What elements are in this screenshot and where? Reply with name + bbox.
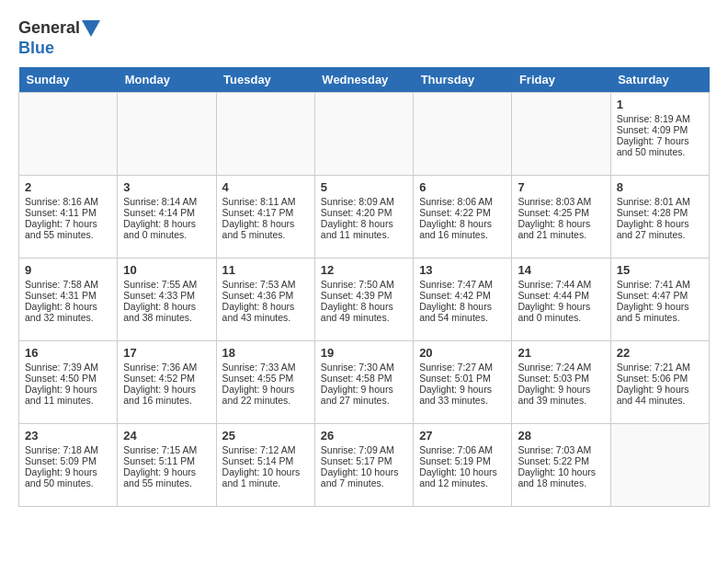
calendar-cell <box>512 93 610 176</box>
day-info: Sunrise: 7:44 AM <box>518 279 604 290</box>
day-info: and 27 minutes. <box>617 229 703 240</box>
day-info: Sunset: 4:36 PM <box>222 290 309 301</box>
calendar-cell: 18Sunrise: 7:33 AMSunset: 4:55 PMDayligh… <box>216 341 314 424</box>
calendar-cell <box>610 424 709 507</box>
day-info: Sunrise: 7:53 AM <box>222 279 309 290</box>
logo: GeneralBlue <box>18 18 100 58</box>
day-info: and 22 minutes. <box>222 395 309 406</box>
day-info: Sunset: 4:44 PM <box>518 290 604 301</box>
day-info: Daylight: 8 hours <box>123 218 210 229</box>
day-info: Daylight: 8 hours <box>321 218 407 229</box>
day-info: Sunrise: 7:15 AM <box>123 444 210 455</box>
day-number: 22 <box>617 346 703 360</box>
day-number: 25 <box>222 429 309 442</box>
day-info: and 50 minutes. <box>617 146 703 157</box>
calendar-cell: 20Sunrise: 7:27 AMSunset: 5:01 PMDayligh… <box>414 341 512 424</box>
day-info: and 39 minutes. <box>518 395 604 406</box>
day-info: and 44 minutes. <box>617 395 703 406</box>
day-info: Sunrise: 7:06 AM <box>419 444 506 455</box>
calendar-week-4: 16Sunrise: 7:39 AMSunset: 4:50 PMDayligh… <box>19 341 710 424</box>
day-info: Sunrise: 7:36 AM <box>123 362 210 373</box>
day-info: Sunrise: 8:16 AM <box>25 196 111 207</box>
day-header-friday: Friday <box>512 67 610 93</box>
day-info: and 50 minutes. <box>25 477 111 488</box>
day-info: Sunrise: 8:11 AM <box>222 196 309 207</box>
day-info: Sunrise: 7:12 AM <box>222 444 309 455</box>
day-info: Sunset: 5:01 PM <box>419 373 506 384</box>
day-info: Sunset: 5:11 PM <box>123 455 210 466</box>
svg-marker-0 <box>82 20 100 37</box>
day-info: Sunset: 5:14 PM <box>222 455 309 466</box>
day-info: Daylight: 9 hours <box>222 384 309 395</box>
day-info: Sunset: 4:20 PM <box>321 207 407 218</box>
day-info: Sunset: 4:47 PM <box>617 290 703 301</box>
day-info: and 16 minutes. <box>419 229 506 240</box>
day-info: Sunset: 5:03 PM <box>518 373 604 384</box>
day-number: 3 <box>123 180 210 194</box>
calendar-cell: 6Sunrise: 8:06 AMSunset: 4:22 PMDaylight… <box>414 176 512 259</box>
day-info: and 16 minutes. <box>123 395 210 406</box>
day-header-monday: Monday <box>118 67 216 93</box>
day-info: Sunset: 4:55 PM <box>222 373 309 384</box>
day-number: 5 <box>321 180 407 194</box>
day-header-sunday: Sunday <box>19 67 118 93</box>
day-info: Daylight: 8 hours <box>419 218 506 229</box>
day-number: 15 <box>617 263 703 277</box>
calendar-cell: 27Sunrise: 7:06 AMSunset: 5:19 PMDayligh… <box>414 424 512 507</box>
day-info: and 5 minutes. <box>222 229 309 240</box>
day-info: Sunset: 5:22 PM <box>518 455 604 466</box>
day-info: Daylight: 9 hours <box>617 384 703 395</box>
day-info: Daylight: 8 hours <box>321 301 407 312</box>
day-info: Sunset: 5:06 PM <box>617 373 703 384</box>
day-info: Sunrise: 8:01 AM <box>617 196 703 207</box>
calendar-cell: 16Sunrise: 7:39 AMSunset: 4:50 PMDayligh… <box>19 341 118 424</box>
day-info: and 54 minutes. <box>419 312 506 323</box>
day-number: 19 <box>321 346 407 360</box>
day-info: and 55 minutes. <box>123 477 210 488</box>
day-number: 20 <box>419 346 506 360</box>
day-info: Daylight: 7 hours <box>617 135 703 146</box>
day-info: Sunrise: 8:19 AM <box>617 113 703 124</box>
day-info: and 11 minutes. <box>321 229 407 240</box>
calendar-cell: 19Sunrise: 7:30 AMSunset: 4:58 PMDayligh… <box>314 341 413 424</box>
day-info: and 49 minutes. <box>321 312 407 323</box>
calendar-cell: 12Sunrise: 7:50 AMSunset: 4:39 PMDayligh… <box>314 259 413 341</box>
day-info: Daylight: 7 hours <box>25 218 111 229</box>
day-number: 14 <box>518 263 604 277</box>
day-info: Daylight: 8 hours <box>222 301 309 312</box>
calendar-cell <box>216 93 314 176</box>
calendar-week-5: 23Sunrise: 7:18 AMSunset: 5:09 PMDayligh… <box>19 424 710 507</box>
day-number: 1 <box>617 98 703 111</box>
day-info: Daylight: 9 hours <box>25 384 111 395</box>
day-info: and 21 minutes. <box>518 229 604 240</box>
day-info: and 11 minutes. <box>25 395 111 406</box>
day-info: Daylight: 9 hours <box>123 466 210 477</box>
calendar-body: 1Sunrise: 8:19 AMSunset: 4:09 PMDaylight… <box>19 93 710 507</box>
calendar-cell: 28Sunrise: 7:03 AMSunset: 5:22 PMDayligh… <box>512 424 610 507</box>
day-info: Daylight: 8 hours <box>617 218 703 229</box>
day-number: 10 <box>123 263 210 277</box>
day-number: 4 <box>222 180 309 194</box>
day-info: Sunrise: 7:39 AM <box>25 362 111 373</box>
day-header-tuesday: Tuesday <box>216 67 314 93</box>
day-number: 21 <box>518 346 604 360</box>
calendar-table: SundayMondayTuesdayWednesdayThursdayFrid… <box>18 67 710 507</box>
day-info: Sunrise: 8:06 AM <box>419 196 506 207</box>
day-info: Daylight: 9 hours <box>419 384 506 395</box>
calendar-cell: 4Sunrise: 8:11 AMSunset: 4:17 PMDaylight… <box>216 176 314 259</box>
day-info: Sunset: 5:17 PM <box>321 455 407 466</box>
day-info: Sunrise: 7:41 AM <box>617 279 703 290</box>
day-number: 18 <box>222 346 309 360</box>
day-info: and 38 minutes. <box>123 312 210 323</box>
day-info: and 18 minutes. <box>518 477 604 488</box>
day-info: Sunset: 4:50 PM <box>25 373 111 384</box>
day-info: Daylight: 9 hours <box>518 301 604 312</box>
day-info: Sunset: 4:22 PM <box>419 207 506 218</box>
day-info: Sunset: 4:17 PM <box>222 207 309 218</box>
day-info: Daylight: 10 hours <box>518 466 604 477</box>
day-number: 17 <box>123 346 210 360</box>
calendar-week-3: 9Sunrise: 7:58 AMSunset: 4:31 PMDaylight… <box>19 259 710 341</box>
calendar-cell: 7Sunrise: 8:03 AMSunset: 4:25 PMDaylight… <box>512 176 610 259</box>
day-info: Sunset: 5:09 PM <box>25 455 111 466</box>
day-number: 8 <box>617 180 703 194</box>
